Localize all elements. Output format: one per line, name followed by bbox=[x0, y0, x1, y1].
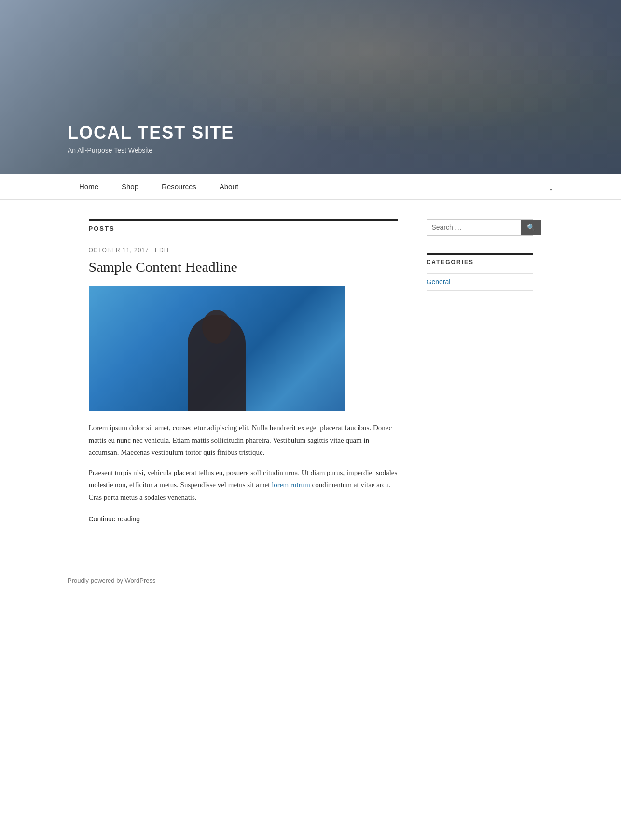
post-date: OCTOBER 11, 2017 bbox=[89, 247, 149, 253]
post-body-1: Lorem ipsum dolor sit amet, consectetur … bbox=[89, 422, 398, 459]
nav-link-shop[interactable]: Shop bbox=[110, 174, 150, 199]
inline-link[interactable]: lorem rutrum bbox=[272, 481, 310, 489]
hero-section: LOCAL TEST SITE An All-Purpose Test Webs… bbox=[0, 0, 621, 174]
nav-link-about[interactable]: About bbox=[208, 174, 250, 199]
nav-item-shop[interactable]: Shop bbox=[110, 174, 150, 199]
category-link-general[interactable]: General bbox=[427, 278, 451, 286]
sidebar: 🔍 CATEGORIES General bbox=[427, 219, 533, 543]
nav-link-home[interactable]: Home bbox=[68, 174, 110, 199]
page-wrapper: POSTS OCTOBER 11, 2017 EDIT Sample Conte… bbox=[79, 200, 542, 562]
main-content: POSTS OCTOBER 11, 2017 EDIT Sample Conte… bbox=[89, 219, 398, 543]
hero-content: LOCAL TEST SITE An All-Purpose Test Webs… bbox=[68, 123, 234, 154]
posts-label: POSTS bbox=[89, 219, 398, 232]
footer-text: Proudly powered by WordPress bbox=[68, 577, 156, 584]
continue-reading-link[interactable]: Continue reading bbox=[89, 515, 140, 523]
site-title[interactable]: LOCAL TEST SITE bbox=[68, 123, 234, 143]
post-title: Sample Content Headline bbox=[89, 257, 398, 276]
nav-item-about[interactable]: About bbox=[208, 174, 250, 199]
post-body-2: Praesent turpis nisi, vehicula placerat … bbox=[89, 467, 398, 504]
nav-links: Home Shop Resources About bbox=[68, 174, 250, 199]
search-button[interactable]: 🔍 bbox=[521, 220, 541, 235]
category-list: General bbox=[427, 273, 533, 291]
search-form: 🔍 bbox=[427, 219, 533, 236]
post-meta: OCTOBER 11, 2017 EDIT bbox=[89, 247, 398, 253]
nav-item-home[interactable]: Home bbox=[68, 174, 110, 199]
post-featured-image bbox=[89, 286, 345, 411]
site-tagline: An All-Purpose Test Website bbox=[68, 146, 152, 154]
post-article: OCTOBER 11, 2017 EDIT Sample Content Hea… bbox=[89, 247, 398, 523]
scroll-down-icon[interactable]: ↓ bbox=[548, 181, 553, 193]
search-icon: 🔍 bbox=[527, 224, 535, 231]
site-footer: Proudly powered by WordPress bbox=[0, 562, 621, 599]
nav-item-resources[interactable]: Resources bbox=[150, 174, 208, 199]
nav-link-resources[interactable]: Resources bbox=[150, 174, 208, 199]
categories-widget: CATEGORIES General bbox=[427, 253, 533, 291]
categories-title: CATEGORIES bbox=[427, 253, 533, 266]
main-nav: Home Shop Resources About ↓ bbox=[0, 174, 621, 200]
search-input[interactable] bbox=[427, 220, 521, 235]
category-item[interactable]: General bbox=[427, 273, 533, 290]
search-widget: 🔍 bbox=[427, 219, 533, 236]
post-edit-link[interactable]: EDIT bbox=[155, 247, 170, 253]
